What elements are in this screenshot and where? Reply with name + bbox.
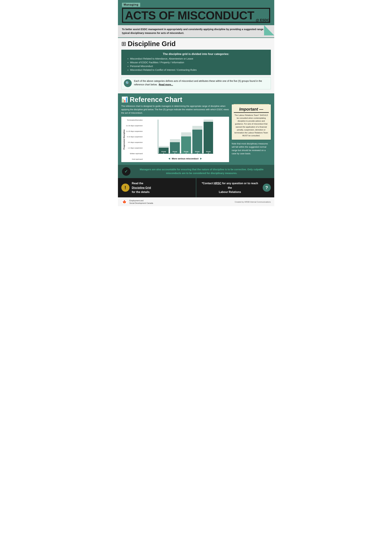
svg-rect-11: [204, 122, 213, 154]
discipline-categories-box: The discipline grid is divided into four…: [121, 50, 271, 75]
grid-icon: ⊞: [121, 40, 126, 47]
footer-logo: 🍁 Employment and Social Development Cana…: [121, 199, 153, 205]
category-1: Misconduct Related to Attendance, Absent…: [130, 57, 266, 60]
svg-text:2: 2: [174, 152, 175, 154]
important-title: Important —: [234, 107, 269, 113]
read-more-link[interactable]: Read more...: [159, 83, 173, 86]
search-description-row: 🔍 Each of the above categories defines a…: [121, 77, 271, 89]
subtitle: To better assist ESDC management in appr…: [118, 25, 274, 38]
cta-right[interactable]: *Contact HRSC for any question or to rea…: [196, 178, 274, 197]
page-title: ACTS OF MISCONDUCT: [125, 10, 254, 21]
question-icon: ?: [263, 184, 271, 192]
svg-text:3: 3: [186, 152, 187, 154]
chart-box: Progressive Discipline Termination/Demot…: [121, 117, 229, 162]
footer: 🍁 Employment and Social Development Cana…: [118, 197, 274, 206]
check-circle-icon: ✓: [122, 167, 131, 176]
cta-left-text: Read the Discipline Grid for the details: [132, 181, 151, 194]
reference-chart-header: 📊 Reference Chart: [118, 95, 274, 105]
y-label-4: 3-5 days suspension: [126, 141, 143, 143]
x-axis-text: More serious misconduct: [172, 157, 198, 160]
canada-flag-icon: 🍁: [121, 200, 128, 204]
category-4: Misconduct Related to Conflict of Intere…: [130, 69, 266, 71]
svg-rect-10: [192, 130, 202, 154]
footer-dept: Employment and Social Development Canada: [130, 199, 153, 205]
corrective-section: ✓ Managers are also accountable for ensu…: [118, 165, 274, 178]
y-label-6: 11-20 days suspension: [126, 130, 143, 132]
y-axis-label: Progressive Discipline: [123, 119, 125, 160]
search-text: Each of the above categories defines act…: [134, 79, 268, 86]
svg-text:5: 5: [208, 152, 209, 154]
search-description: Each of the above categories defines act…: [134, 80, 262, 86]
categories-list: Misconduct Related to Attendance, Absent…: [126, 57, 266, 71]
down-arrow-icon: [264, 25, 274, 35]
category-2: Misuse of ESDC Facilities / Property / I…: [130, 61, 266, 64]
managing-label: Managing: [122, 3, 140, 7]
search-icon: 🔍: [124, 79, 132, 87]
chart-bar-icon: 📊: [121, 96, 128, 103]
y-axis-ticks: Termination/Demotion 21-30 days suspensi…: [126, 119, 144, 160]
y-label-7: 21-30 days suspension: [126, 125, 143, 127]
discipline-grid-section: ⊞ Discipline Grid The discipline grid is…: [118, 38, 274, 93]
cta-row: ! Read the Discipline Grid for the detai…: [118, 178, 274, 197]
y-label-3: 1-2 days suspension: [126, 147, 143, 149]
category-3: Personal Misconduct: [130, 65, 266, 67]
reference-chart-section: 📊 Reference Chart The reference chart is…: [118, 93, 274, 165]
reference-content: The reference chart is designed to guide…: [118, 105, 274, 162]
reference-chart-title: Reference Chart: [130, 96, 182, 103]
y-label-8: Termination/Demotion: [126, 119, 143, 121]
y-label-2: Written reprimand: [126, 153, 143, 154]
discipline-box-title: The discipline grid is divided into four…: [126, 53, 266, 56]
cta-left[interactable]: ! Read the Discipline Grid for the detai…: [118, 178, 196, 197]
chart-description: The reference chart is designed to guide…: [121, 105, 229, 115]
chart-bars: Group 1 Group 2 Group 3 Group 4 Group 5: [144, 119, 227, 160]
corrective-text: Managers are also accountable for ensuri…: [133, 168, 270, 175]
important-text: The Labour Relations Team* SHOULD be con…: [234, 114, 269, 137]
staircase-chart: Group 1 Group 2 Group 3 Group 4 Group 5: [144, 119, 227, 156]
footer-credit: Created by HRSB Internal Communications: [235, 201, 271, 203]
y-label-1: Oral reprimand: [126, 158, 143, 160]
header: Managing ACTS OF MISCONDUCT @ ESDC: [118, 0, 274, 25]
chart-left: The reference chart is designed to guide…: [121, 105, 229, 162]
svg-text:1: 1: [163, 152, 164, 154]
important-note: Important — The Labour Relations Team* S…: [232, 105, 271, 140]
svg-text:4: 4: [197, 152, 198, 154]
discipline-grid-header: ⊞ Discipline Grid: [118, 38, 274, 49]
discipline-grid-title: Discipline Grid: [128, 40, 176, 48]
y-label-5: 6-10 days suspension: [126, 136, 143, 138]
esdc-label: @ ESDC: [256, 18, 270, 22]
subtitle-text: To better assist ESDC management in appr…: [122, 28, 267, 34]
note-text: Note that most disciplinary measures wil…: [232, 142, 271, 155]
x-axis-label: ◄ More serious misconduct ►: [144, 157, 227, 160]
cta-right-text: *Contact HRSC for any question or to rea…: [200, 181, 260, 194]
exclaim-icon: !: [121, 184, 130, 192]
chart-right: Important — The Labour Relations Team* S…: [232, 105, 271, 155]
